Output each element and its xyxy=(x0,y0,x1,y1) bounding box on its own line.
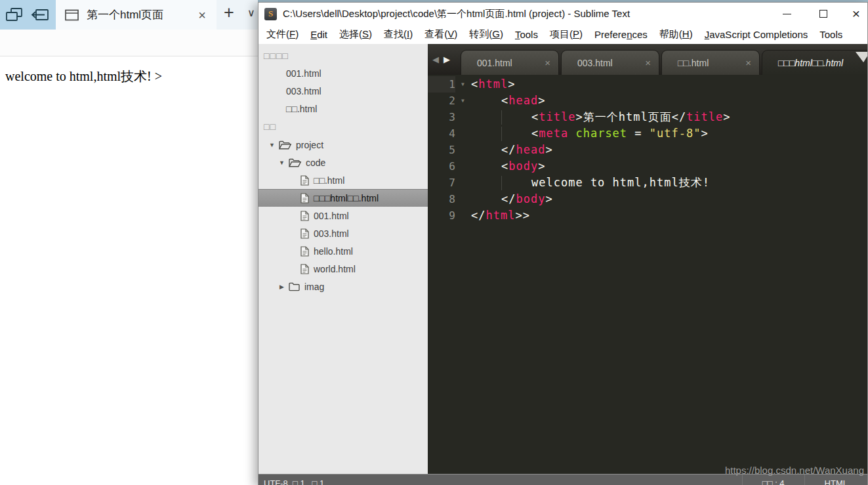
sidebar: □□□□ 001.html003.html□□.html □□ ▼project… xyxy=(258,44,428,484)
editor-tab-close-icon[interactable]: × xyxy=(632,57,651,68)
fold-arrow-icon[interactable]: ▼ xyxy=(455,93,471,109)
tree-item-label: □□□html□□.html xyxy=(314,193,379,203)
fold-arrow-icon[interactable]: ▼ xyxy=(455,76,471,93)
browser-tab[interactable]: 第一个html页面 × xyxy=(56,0,217,30)
tree-file-item[interactable]: hello.html xyxy=(258,242,428,260)
folder-expand-arrow-icon[interactable]: ▼ xyxy=(278,159,286,166)
menu-item-8[interactable]: 项目(P) xyxy=(544,26,589,43)
tab-scroll-left-icon[interactable]: ◀ xyxy=(432,54,439,64)
folder-collapsed-arrow-icon[interactable]: ▶ xyxy=(278,284,286,290)
editor-tab-close-icon[interactable]: × xyxy=(732,57,751,68)
tree-item-label: 003.html xyxy=(314,228,349,239)
menu-item-2[interactable]: Edit xyxy=(304,27,333,42)
page-icon xyxy=(65,9,79,21)
open-files-header: □□□□ xyxy=(258,47,428,65)
line-number: 3 xyxy=(428,109,455,125)
menu-item-11[interactable]: JavaScript Completions xyxy=(699,27,814,42)
editor-tab[interactable]: □□.html× xyxy=(661,50,760,75)
fold-column xyxy=(455,207,471,224)
code-text: <title>第一个html页面</title> xyxy=(471,109,731,125)
tab-preview-icon[interactable] xyxy=(5,7,25,23)
tree-file-item[interactable]: 001.html xyxy=(258,207,428,224)
code-text: welcome to html,html技术! xyxy=(471,175,710,191)
sublime-title-bar: S C:\Users\dell\Desktop\project\code\第一个… xyxy=(258,3,867,25)
menu-item-1[interactable]: 文件(F) xyxy=(260,26,304,43)
tree-file-item[interactable]: □□.html xyxy=(258,171,428,189)
fold-column xyxy=(455,158,471,175)
file-icon xyxy=(300,211,309,221)
code-line[interactable]: 4<meta charset = "utf-8"> xyxy=(428,125,867,142)
new-tab-button[interactable]: + xyxy=(224,3,234,23)
fold-column xyxy=(455,191,471,207)
code-line[interactable]: 7welcome to html,html技术! xyxy=(428,175,867,191)
file-icon xyxy=(300,264,309,274)
code-line[interactable]: 6<body> xyxy=(428,158,867,175)
code-line[interactable]: 8</body> xyxy=(428,191,867,207)
minimize-button[interactable] xyxy=(772,3,802,25)
line-number: 8 xyxy=(428,191,455,207)
tree-item-label: world.html xyxy=(314,264,356,274)
menu-item-10[interactable]: 帮助(H) xyxy=(653,26,699,43)
folders-header: □□ xyxy=(258,118,428,136)
open-file-item[interactable]: 001.html xyxy=(258,65,428,83)
code-text: <html> xyxy=(471,76,515,93)
menu-item-6[interactable]: 转到(G) xyxy=(463,26,509,43)
folder-closed-icon xyxy=(289,282,300,291)
tree-item-label: imag xyxy=(304,282,324,292)
code-area[interactable]: 1▼<html>2▼<head>3<title>第一个html页面</title… xyxy=(428,75,867,224)
editor-tab[interactable]: 003.html× xyxy=(561,50,659,75)
tab-nav-arrows: ◀ ▶ xyxy=(432,44,450,75)
menu-item-12[interactable]: Tools xyxy=(814,27,848,42)
tree-item-label: hello.html xyxy=(314,246,353,257)
close-button[interactable]: × xyxy=(841,3,868,25)
watermark-text: https://blog.csdn.net/WanXuang xyxy=(725,465,864,476)
tree-file-item[interactable]: world.html xyxy=(258,260,428,278)
editor-tab-label: 003.html xyxy=(577,58,613,68)
file-icon xyxy=(300,193,309,203)
open-file-item[interactable]: 003.html xyxy=(258,83,428,100)
tree-file-item[interactable]: □□□html□□.html xyxy=(258,189,428,207)
tab-preview-chevron-icon[interactable]: ∨ xyxy=(247,7,255,19)
code-line[interactable]: 1▼<html> xyxy=(428,76,867,93)
editor-tab-label: 001.html xyxy=(477,58,512,68)
code-text: </head> xyxy=(471,142,553,158)
tab-size-status[interactable]: □□ : 4 xyxy=(742,474,804,485)
browser-tab-close-icon[interactable]: × xyxy=(196,9,209,22)
syntax-status[interactable]: HTML xyxy=(804,474,867,485)
code-line[interactable]: 5</head> xyxy=(428,142,867,158)
code-text: <body> xyxy=(471,158,545,175)
menu-item-9[interactable]: Preferences xyxy=(589,27,653,42)
encoding-position-status: UTF-8, □ 1 , □ 1 xyxy=(264,478,324,485)
open-files-list: 001.html003.html□□.html xyxy=(258,65,428,118)
editor-pane: ◀ ▶ 001.html×003.html×□□.html×□□□html□□.… xyxy=(428,44,867,484)
editor-tab-close-icon[interactable]: × xyxy=(531,57,550,68)
maximize-button[interactable] xyxy=(808,3,838,25)
set-tabs-aside-icon[interactable] xyxy=(30,7,50,23)
menu-item-7[interactable]: Tools xyxy=(509,27,544,42)
menu-item-5[interactable]: 查看(V) xyxy=(419,26,463,43)
open-file-item[interactable]: □□.html xyxy=(258,100,428,118)
file-icon xyxy=(300,175,309,186)
code-text: <meta charset = "utf-8"> xyxy=(471,125,709,142)
editor-tab-label: □□.html xyxy=(678,58,709,68)
fold-column xyxy=(455,125,471,142)
tree-folder-item[interactable]: ▼project xyxy=(258,136,428,154)
code-line[interactable]: 9</html>> xyxy=(428,207,867,224)
fold-column xyxy=(455,175,471,191)
code-line[interactable]: 3<title>第一个html页面</title> xyxy=(428,109,867,125)
tree-file-item[interactable]: 003.html xyxy=(258,224,428,242)
tree-item-label: project xyxy=(296,140,323,150)
code-text: </body> xyxy=(471,191,553,207)
sublime-app-icon[interactable]: S xyxy=(264,8,277,20)
tree-folder-item[interactable]: ▼code xyxy=(258,154,428,171)
sublime-main: □□□□ 001.html003.html□□.html □□ ▼project… xyxy=(258,44,867,484)
code-line[interactable]: 2▼<head> xyxy=(428,93,867,109)
tab-scroll-right-icon[interactable]: ▶ xyxy=(444,54,450,64)
editor-tab[interactable]: □□□html□□.html× xyxy=(762,50,867,75)
menu-item-4[interactable]: 查找(I) xyxy=(378,26,419,43)
folder-expand-arrow-icon[interactable]: ▼ xyxy=(268,142,276,148)
tree-folder-item[interactable]: ▶imag xyxy=(258,278,428,295)
editor-tab[interactable]: 001.html× xyxy=(461,50,559,75)
menu-bar: 文件(F)Edit选择(S)查找(I)查看(V)转到(G)Tools项目(P)P… xyxy=(258,25,867,44)
menu-item-3[interactable]: 选择(S) xyxy=(333,26,378,43)
